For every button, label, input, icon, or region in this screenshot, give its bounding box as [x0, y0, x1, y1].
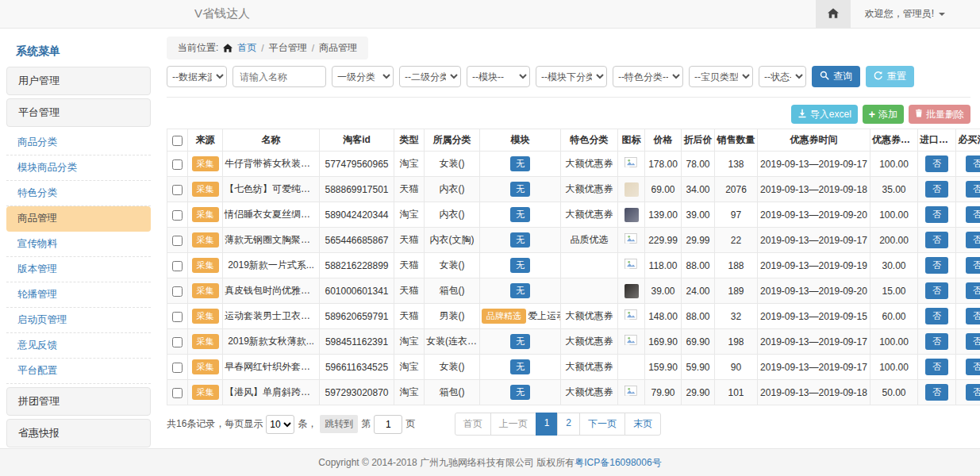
table-row: 采集牛仔背带裤女秋装减龄...577479560965淘宝女装()无大额优惠券1… — [167, 152, 980, 177]
table-row: 采集早春网红针织外套女春...596611634525淘宝女装()无大额优惠券1… — [167, 355, 980, 380]
product-name: 【港风】单肩斜跨链条... — [223, 380, 320, 405]
sidebar-item[interactable]: 商品管理 — [6, 206, 151, 232]
discount-price: 88.00 — [682, 304, 715, 329]
must-buy-toggle[interactable]: 否 — [966, 359, 980, 375]
add-button[interactable]: + 添加 — [863, 105, 904, 124]
must-buy-toggle[interactable]: 否 — [966, 308, 980, 324]
sidebar-item[interactable]: 意见反馈 — [6, 333, 151, 359]
import-select-toggle[interactable]: 否 — [925, 384, 948, 401]
coupon-time: 2019-09-13—2019-09-15 — [758, 304, 870, 329]
product-name: 真皮钱包时尚优雅女士... — [223, 278, 320, 304]
sidebar-group[interactable]: 省惠快报 — [6, 419, 151, 447]
column-header: 销售数量 — [715, 129, 758, 152]
filter-name[interactable] — [233, 66, 326, 87]
row-checkbox[interactable] — [172, 286, 183, 297]
must-buy-toggle[interactable]: 否 — [966, 232, 980, 248]
page-button[interactable]: 1 — [536, 413, 559, 436]
product-category: 女装() — [425, 355, 480, 380]
product-name: 【七色纺】可爱纯棉家... — [223, 177, 320, 202]
jump-page-input[interactable] — [374, 415, 402, 434]
reset-button[interactable]: 重置 — [866, 66, 914, 87]
filter-module-subcategory[interactable]: --模块下分类-- — [536, 66, 607, 87]
must-buy-toggle[interactable]: 否 — [966, 257, 980, 274]
row-checkbox[interactable] — [172, 210, 183, 221]
sidebar-item[interactable]: 版本管理 — [6, 257, 151, 282]
breadcrumb-home-link[interactable]: 首页 — [237, 41, 256, 55]
filter-item-type[interactable]: --宝贝类型-- — [689, 66, 753, 87]
table-panel: 导入excel + 添加 批量删除 — [167, 97, 970, 436]
page-button[interactable]: 末页 — [625, 413, 661, 436]
import-select-toggle[interactable]: 否 — [925, 181, 948, 198]
import-excel-button[interactable]: 导入excel — [791, 105, 858, 124]
module-badge: 无 — [510, 334, 530, 349]
row-checkbox[interactable] — [172, 185, 183, 195]
sidebar-item[interactable]: 平台配置 — [6, 359, 151, 384]
discount-price: 29.99 — [682, 228, 715, 253]
per-page-select[interactable]: 10 — [266, 415, 294, 434]
price: 229.99 — [645, 228, 682, 253]
pagination-summary: 共16条记录，每页显示 10 条， 跳转到 第 页 — [167, 415, 415, 434]
filter-level1-category[interactable]: 一级分类 — [332, 66, 394, 87]
filter-status[interactable]: --状态-- — [759, 66, 806, 87]
table-header-row: 来源名称淘客id类型所属分类模块特色分类图标价格折后价销售数量优惠券时间优惠券金… — [167, 129, 980, 152]
home-button[interactable] — [816, 0, 851, 28]
home-icon — [828, 8, 839, 21]
row-checkbox[interactable] — [172, 388, 183, 398]
sidebar-group[interactable]: 用户管理 — [6, 67, 151, 95]
sidebar-item[interactable]: 特色分类 — [6, 181, 151, 206]
feature-category: 大额优惠券 — [561, 329, 618, 355]
sidebar-item[interactable]: 启动页管理 — [6, 308, 151, 333]
taoke-id: 598451162391 — [320, 329, 394, 355]
must-buy-toggle[interactable]: 否 — [966, 181, 980, 198]
page-button[interactable]: 首页 — [455, 413, 491, 436]
select-all-checkbox[interactable] — [172, 136, 183, 146]
import-select-toggle[interactable]: 否 — [925, 282, 948, 299]
row-checkbox[interactable] — [172, 261, 183, 271]
page-button[interactable]: 下一页 — [579, 413, 625, 436]
sidebar-item[interactable]: 商品分类 — [6, 130, 151, 155]
source-badge: 采集 — [192, 156, 219, 171]
taoke-id: 589042420344 — [320, 202, 394, 228]
page-button[interactable]: 上一页 — [490, 413, 536, 436]
search-button[interactable]: 查询 — [812, 66, 860, 87]
filter-feature-category[interactable]: --特色分类-- — [613, 66, 683, 87]
sidebar-item[interactable]: 宣传物料 — [6, 232, 151, 257]
import-select-toggle[interactable]: 否 — [925, 206, 948, 223]
filter-data-source[interactable]: --数据来源-- — [167, 66, 227, 87]
icon-cell — [618, 304, 645, 329]
row-checkbox[interactable] — [172, 363, 183, 373]
import-select-toggle[interactable]: 否 — [925, 359, 948, 375]
row-checkbox[interactable] — [172, 236, 183, 246]
import-select-toggle[interactable]: 否 — [925, 308, 948, 324]
filter-level2-category[interactable]: --二级分类-- — [399, 66, 461, 87]
import-select-toggle[interactable]: 否 — [925, 257, 948, 274]
user-menu[interactable]: 欢迎您，管理员! — [851, 7, 980, 21]
batch-delete-button[interactable]: 批量删除 — [909, 105, 970, 124]
sidebar-group[interactable]: 平台管理 — [6, 98, 151, 127]
page-button[interactable]: 2 — [557, 413, 580, 436]
product-category: 内衣(文胸) — [425, 228, 480, 253]
sidebar-group[interactable]: 拼团管理 — [6, 387, 151, 416]
must-buy-toggle[interactable]: 否 — [966, 333, 980, 350]
jump-button[interactable]: 跳转到 — [320, 415, 358, 433]
row-checkbox[interactable] — [172, 312, 183, 322]
must-buy-toggle[interactable]: 否 — [966, 384, 980, 401]
product-type: 天猫 — [394, 304, 425, 329]
icon-cell — [618, 152, 645, 177]
icp-link[interactable]: 粤ICP备16098006号 — [575, 456, 661, 470]
source-badge: 采集 — [192, 359, 219, 374]
import-select-toggle[interactable]: 否 — [925, 232, 948, 248]
row-checkbox[interactable] — [172, 337, 183, 347]
sidebar-item[interactable]: 轮播管理 — [6, 282, 151, 308]
row-checkbox[interactable] — [172, 159, 183, 170]
filter-module[interactable]: --模块-- — [467, 66, 530, 87]
must-buy-toggle[interactable]: 否 — [966, 155, 980, 172]
import-select-toggle[interactable]: 否 — [925, 333, 948, 350]
copyright-text: Copyright © 2014-2018 广州九驰网络科技有限公司 版权所有 — [318, 456, 575, 470]
sales-count: 101 — [715, 380, 758, 405]
select-all-header — [167, 129, 188, 152]
must-buy-toggle[interactable]: 否 — [966, 206, 980, 223]
must-buy-toggle[interactable]: 否 — [966, 282, 980, 299]
sidebar-item[interactable]: 模块商品分类 — [6, 155, 151, 181]
import-select-toggle[interactable]: 否 — [925, 155, 948, 172]
